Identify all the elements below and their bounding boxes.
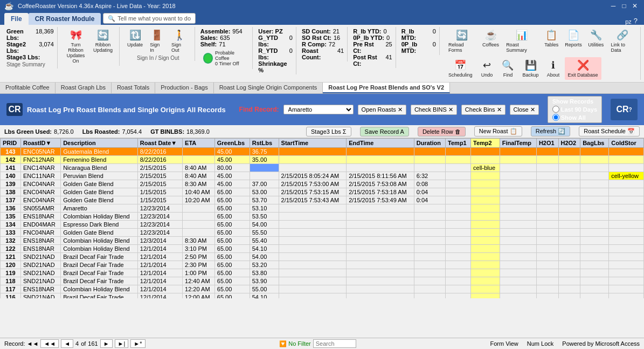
table-cell [279, 164, 347, 172]
sign-in-button[interactable]: 🚪 Sign In [147, 27, 167, 55]
col-rst-lbs[interactable]: RstLbs [250, 139, 279, 148]
exit-database-button[interactable]: ❌ Exit Database [565, 57, 601, 80]
table-cell: cell-blue [471, 164, 500, 172]
first-record-button[interactable]: ◄◄ [40, 339, 59, 348]
about-button[interactable]: ℹ About [544, 57, 563, 80]
title-bar-controls[interactable]: ─ □ ✕ [608, 1, 640, 11]
table-row[interactable]: 122ENS18NARColombian Holiday Blend12/1/2… [1, 245, 644, 253]
roast-summary-button[interactable]: 📊 Roast Summary [503, 27, 540, 55]
tab-cr-roaster[interactable]: CR Roaster Module [29, 13, 101, 25]
new-roast-button[interactable]: New Roast 📋 [474, 126, 522, 136]
table-row[interactable]: 136SN055AMRAmaretto12/23/201465.0053.10 [1, 204, 644, 213]
tables-button[interactable]: 📋 Tables [542, 27, 561, 55]
coffees-button[interactable]: ☕ Coffees [480, 27, 501, 55]
close-button[interactable]: ✕ [630, 1, 640, 11]
col-duration[interactable]: Duration [414, 139, 445, 148]
table-row[interactable]: 142FNC12NARFemenino Blend8/22/201645.003… [1, 156, 644, 164]
table-row[interactable]: 117ENS18NARColombian Holiday Blend12/1/2… [1, 285, 644, 293]
last-90-days-radio[interactable] [552, 106, 559, 113]
col-h2o2[interactable]: H2O2 [558, 139, 580, 148]
show-all-radio[interactable] [552, 114, 559, 121]
last-record-button[interactable]: ►| [115, 339, 129, 348]
reload-forms-button[interactable]: 🔄 Reload Forms [445, 27, 479, 55]
table-row[interactable]: 132ENS18NARColombian Holiday Blend12/3/2… [1, 237, 644, 245]
table-row[interactable]: 139ENC04NARGolden Gate Blend2/15/20158:3… [1, 180, 644, 188]
col-prid[interactable]: PRID [1, 139, 21, 148]
table-row[interactable]: 119SND21NADBrazil Decaf Fair Trade12/1/2… [1, 269, 644, 277]
update-button[interactable]: 🔃 Update [125, 27, 146, 55]
save-record-button[interactable]: Save Record A [360, 127, 409, 136]
link-to-data-button[interactable]: 🔗 Link to Data [608, 27, 637, 55]
find-button[interactable]: 🔍 Find [498, 57, 517, 80]
open-roasts-button[interactable]: Open Roasts ✕ [358, 105, 406, 115]
table-row[interactable]: 120SND21NADBrazil Decaf Fair Trade12/1/2… [1, 261, 644, 269]
table-row[interactable]: 118SND21NADBrazil Decaf Fair Trade12/1/2… [1, 277, 644, 285]
minimize-button[interactable]: ─ [608, 1, 618, 11]
prev-record-button[interactable]: ◄ [61, 339, 73, 348]
table-cell: 12/1/2014 [137, 253, 182, 261]
cr-help-icon[interactable]: CR? [611, 99, 638, 120]
table-cell: 122 [1, 245, 21, 253]
table-row[interactable]: 138ENC04NARGolden Gate Blend1/15/201510:… [1, 188, 644, 196]
ribbon-updating-button[interactable]: 🔄 Ribbon Updating [90, 27, 116, 66]
tab-file[interactable]: File [4, 13, 29, 25]
col-temp2[interactable]: Temp2 [471, 139, 500, 148]
col-description[interactable]: Description [61, 139, 138, 148]
tab-production-bags[interactable]: Production - Bags [155, 83, 213, 93]
tell-me-input[interactable]: 🔍 Tell me what you want to do [103, 13, 196, 24]
undo-button[interactable]: ↩ Undo [477, 57, 496, 80]
roast-schedule-button[interactable]: Roast Schedule 📅 [579, 126, 640, 136]
col-eta[interactable]: ETA [183, 139, 215, 148]
table-cell: 53.50 [250, 213, 279, 221]
search-input[interactable] [313, 339, 356, 348]
table-row[interactable]: 116SND21NADBrazil Decaf Fair Trade12/1/2… [1, 293, 644, 299]
check-bins-button[interactable]: Check BINS ✕ [411, 105, 457, 115]
tab-pre-roast-blends[interactable]: Roast Log Pre Roast Blends and SO's V2 [323, 83, 450, 93]
table-row[interactable]: 121SND21NADBrazil Decaf Fair Trade12/1/2… [1, 253, 644, 261]
stage3-lbs-button[interactable]: Stage3 Lbs Σ [306, 127, 351, 136]
table-row[interactable]: 133FNC04NARGolden Gate Blend12/23/201465… [1, 229, 644, 237]
tab-roast-graph[interactable]: Roast Graph Lbs [56, 83, 112, 93]
col-green-lbs[interactable]: GreenLbs [214, 139, 250, 148]
sign-out-button[interactable]: 🚶 Sign Out [168, 27, 191, 55]
table-row[interactable]: 143ENC05NARGuatemala Blend8/22/201645.00… [1, 148, 644, 156]
col-roast-date[interactable]: Roast Date▼ [137, 139, 182, 148]
link-icon: 🔗 [617, 29, 628, 41]
new-record-button[interactable]: ►* [130, 339, 145, 348]
refresh-button[interactable]: Refresh 🔄 [531, 126, 571, 136]
table-row[interactable]: 134END04MAREspresso Dark Blend12/23/2014… [1, 221, 644, 229]
next-record-button[interactable]: ► [100, 339, 113, 348]
delete-row-button[interactable]: Delete Row 🗑 [418, 127, 466, 136]
table-row[interactable]: 141ENC14NARNicaragua Blend2/15/20158:40 … [1, 164, 644, 172]
col-cold-stor[interactable]: ColdStor [609, 139, 644, 148]
col-final-temp[interactable]: FinalTemp [500, 139, 536, 148]
col-end-time[interactable]: EndTime [347, 139, 414, 148]
turn-ribbon-button[interactable]: 🎀 Turn Ribbon Updates On [63, 27, 89, 66]
check-bins2-button[interactable]: Check Bins ✕ [461, 105, 505, 115]
tab-profitable-coffee[interactable]: Profitable Coffee [0, 83, 56, 93]
utilities-button[interactable]: 🔧 Utilities [586, 27, 606, 55]
col-temp1[interactable]: Temp1 [446, 139, 471, 148]
restore-button[interactable]: □ [619, 1, 629, 11]
reports-button[interactable]: 📄 Reports [563, 27, 584, 55]
col-start-time[interactable]: StartTime [279, 139, 347, 148]
col-h2o1[interactable]: H2O1 [536, 139, 558, 148]
table-row[interactable]: 135ENS18NARColombian Holiday Blend12/23/… [1, 213, 644, 221]
table-row[interactable]: 140ENC11NARPeruvian Blend2/15/20158:40 A… [1, 172, 644, 180]
show-all-option[interactable]: Show All [552, 114, 597, 121]
col-roastid[interactable]: RoastID▼ [20, 139, 60, 148]
find-record-input[interactable]: Amaretto [283, 105, 354, 114]
table-row[interactable]: 137ENC04NARGolden Gate Blend1/15/201510:… [1, 196, 644, 204]
tab-roast-totals[interactable]: Roast Totals [112, 83, 155, 93]
scheduling-button[interactable]: 📅 Scheduling [445, 57, 476, 80]
col-bag-lbs[interactable]: BagLbs [580, 139, 609, 148]
backup-button[interactable]: 💾 Backup [519, 57, 542, 80]
lbs-action-bar: Lbs Green Used: 8,726.0 Lbs Roasted: 7,0… [0, 125, 644, 138]
table-cell [471, 285, 500, 293]
tab-single-origin[interactable]: Roast Log Single Origin Components [214, 83, 323, 93]
probable-coffee-button[interactable]: Probable Coffee 0 Timer Off [200, 49, 250, 68]
last-90-days-option[interactable]: Last 90 Days [552, 106, 597, 113]
table-cell [471, 188, 500, 196]
help-icon[interactable]: ? [634, 17, 640, 25]
close-button[interactable]: Close ✕ [510, 105, 539, 115]
